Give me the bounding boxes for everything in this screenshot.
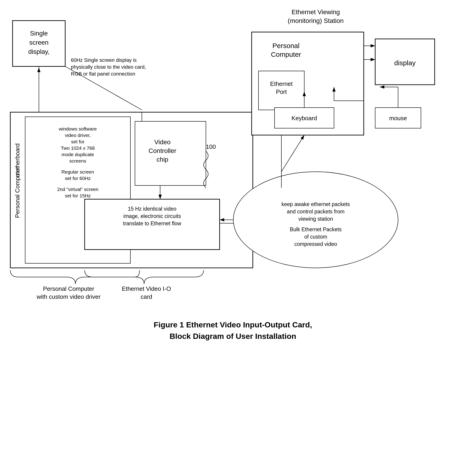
svg-text:mode duplicate: mode duplicate <box>61 152 94 157</box>
svg-text:and control packets from: and control packets from <box>287 208 345 215</box>
svg-text:image, electronic circuits: image, electronic circuits <box>123 213 181 219</box>
svg-text:mouse: mouse <box>389 115 407 122</box>
svg-text:windows software: windows software <box>58 126 97 131</box>
svg-text:Block Diagram of User Installa: Block Diagram of User Installation <box>170 332 296 341</box>
svg-text:set for 15Hz: set for 15Hz <box>65 193 91 198</box>
svg-text:display,: display, <box>28 48 50 55</box>
svg-text:Ethernet Viewing: Ethernet Viewing <box>291 9 340 16</box>
svg-text:with custom video driver: with custom video driver <box>37 293 101 300</box>
svg-text:physically close to the video : physically close to the video card, <box>71 64 146 70</box>
svg-text:Regular screen: Regular screen <box>61 169 94 174</box>
svg-text:chip: chip <box>156 156 168 163</box>
svg-text:(monitoring) Station: (monitoring) Station <box>288 17 344 24</box>
svg-text:viewing station: viewing station <box>299 216 333 222</box>
svg-text:Single: Single <box>30 30 48 37</box>
svg-text:Two 1024 x 768: Two 1024 x 768 <box>61 145 95 151</box>
svg-text:Bulk Ethernet Packets: Bulk Ethernet Packets <box>290 226 342 232</box>
svg-text:Port: Port <box>276 88 287 95</box>
svg-text:Video: Video <box>154 138 170 146</box>
svg-text:Personal Computer: Personal Computer <box>43 285 94 292</box>
svg-text:set for: set for <box>71 139 84 144</box>
svg-text:60Hz Single screen display is: 60Hz Single screen display is <box>71 57 137 63</box>
svg-text:100: 100 <box>206 143 216 150</box>
svg-text:Figure 1 Ethernet Video Input-: Figure 1 Ethernet Video Input-Output Car… <box>154 320 312 329</box>
svg-text:display: display <box>394 59 415 67</box>
svg-line-67 <box>281 135 304 172</box>
svg-text:15 Hz identical video: 15 Hz identical video <box>128 206 176 212</box>
svg-text:compressed video: compressed video <box>294 241 337 247</box>
svg-text:keep awake ethernet packets: keep awake ethernet packets <box>281 201 350 207</box>
svg-text:translate to Ethernet flow: translate to Ethernet flow <box>123 220 181 226</box>
svg-text:of custom: of custom <box>304 234 327 240</box>
svg-text:Ethernet: Ethernet <box>270 80 293 87</box>
svg-text:screens: screens <box>69 158 86 163</box>
svg-text:2nd "virtual" screen: 2nd "virtual" screen <box>57 187 99 192</box>
svg-text:motherboard: motherboard <box>14 143 21 177</box>
svg-text:card: card <box>141 293 152 300</box>
svg-text:Computer: Computer <box>271 51 301 58</box>
svg-text:Ethernet Video I-O: Ethernet Video I-O <box>122 285 171 292</box>
svg-text:Controller: Controller <box>149 147 176 154</box>
svg-text:set for 60Hz: set for 60Hz <box>65 176 91 181</box>
svg-text:screen: screen <box>29 39 48 46</box>
diagram-container: Single screen display, 60Hz Single scree… <box>0 0 466 476</box>
svg-text:Keyboard: Keyboard <box>291 115 317 122</box>
svg-text:video driver,: video driver, <box>65 133 91 138</box>
svg-text:RGB or flat panel connection: RGB or flat panel connection <box>71 71 135 77</box>
svg-text:Personal: Personal <box>272 42 300 49</box>
